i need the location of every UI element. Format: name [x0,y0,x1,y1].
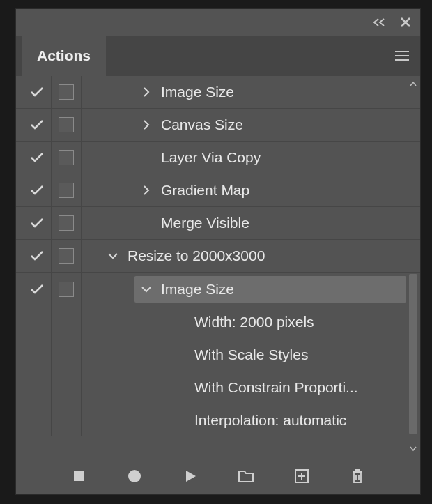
scrollbar-thumb[interactable] [409,274,417,434]
action-row[interactable]: Canvas Size [16,109,420,142]
toggle-enabled-checkbox[interactable] [23,217,51,229]
record-button[interactable] [125,467,144,485]
toggle-dialog-checkbox[interactable] [51,174,82,206]
toggle-dialog-checkbox[interactable] [51,76,82,108]
toggle-dialog-checkbox [51,305,82,338]
new-set-button[interactable] [237,467,255,485]
collapse-icon[interactable] [373,17,388,27]
toggle-enabled-checkbox[interactable] [23,119,51,130]
chevron-down-icon[interactable] [101,252,125,260]
tab-label: Actions [37,47,91,64]
chevron-right-icon[interactable] [134,86,158,98]
action-label: Resize to 2000x3000 [125,247,420,264]
toggle-dialog-checkbox [51,338,82,371]
actions-list: Image SizeCanvas SizeLayer Via CopyGradi… [16,76,420,457]
toggle-enabled-checkbox[interactable] [23,284,51,295]
action-label: Merge Visible [158,215,420,231]
action-label: With Constrain Proporti... [192,379,420,396]
actions-panel: Actions Image SizeCanvas SizeLayer Via C… [15,8,421,495]
chevron-down-icon[interactable] [134,285,158,293]
close-icon[interactable] [399,16,412,29]
panel-footer [16,457,420,494]
action-row[interactable]: Merge Visible [16,207,420,240]
action-label: Width: 2000 pixels [192,314,420,330]
action-label: With Scale Styles [192,346,420,363]
action-row[interactable]: Interpolation: automatic [16,404,420,436]
delete-button[interactable] [348,467,367,485]
toggle-dialog-checkbox[interactable] [51,142,82,174]
action-row[interactable]: With Constrain Proporti... [16,371,420,404]
action-label: Image Size [158,281,406,298]
toggle-enabled-checkbox[interactable] [23,86,51,98]
action-row[interactable]: Image Size [16,273,420,305]
panel-tabbar: Actions [16,36,420,76]
action-label: Layer Via Copy [158,149,420,166]
action-label: Gradient Map [158,182,420,199]
toggle-dialog-checkbox[interactable] [51,207,82,239]
action-label: Canvas Size [158,116,420,133]
panel-menu-icon[interactable] [394,49,410,62]
toggle-enabled-checkbox[interactable] [23,185,51,196]
play-button[interactable] [181,467,199,485]
toggle-enabled-checkbox[interactable] [23,250,51,261]
toggle-dialog-checkbox [51,404,82,436]
stop-button[interactable] [70,467,88,485]
panel-topbar [16,9,420,36]
toggle-enabled-checkbox[interactable] [23,152,51,163]
tab-actions[interactable]: Actions [22,36,106,76]
chevron-right-icon[interactable] [134,185,158,196]
action-row[interactable]: Resize to 2000x3000 [16,240,420,273]
action-label: Interpolation: automatic [192,412,420,429]
svg-rect-3 [74,471,84,481]
action-row[interactable]: Gradient Map [16,174,420,207]
scrollbar[interactable] [408,79,419,454]
new-action-button[interactable] [293,467,311,485]
action-row[interactable]: Width: 2000 pixels [16,305,420,338]
toggle-dialog-checkbox[interactable] [51,273,82,305]
chevron-right-icon[interactable] [134,119,158,130]
toggle-dialog-checkbox[interactable] [51,109,82,141]
action-row[interactable]: With Scale Styles [16,338,420,371]
action-row[interactable]: Image Size [16,76,420,109]
svg-point-4 [128,470,141,482]
scroll-up-icon[interactable] [409,79,417,89]
action-label: Image Size [158,84,420,100]
toggle-dialog-checkbox[interactable] [51,240,82,272]
action-row[interactable]: Layer Via Copy [16,142,420,174]
toggle-dialog-checkbox [51,371,82,404]
scroll-down-icon[interactable] [409,444,417,454]
